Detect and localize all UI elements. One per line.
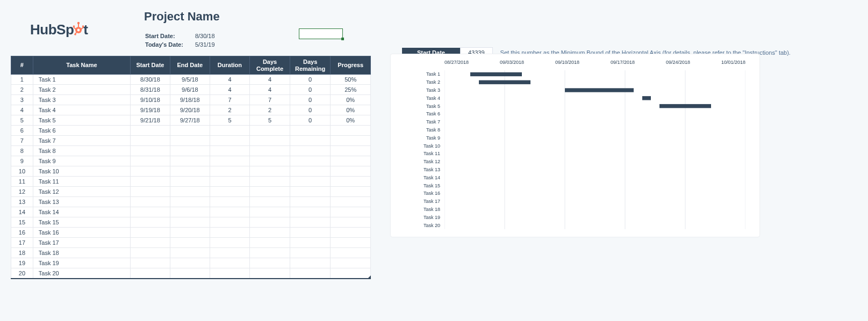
cell-name[interactable]: Task 7 <box>33 136 130 146</box>
cell-compl[interactable] <box>250 177 290 187</box>
cell-compl[interactable]: 4 <box>250 75 290 85</box>
cell-start[interactable]: 9/19/18 <box>131 105 170 115</box>
table-row[interactable]: 3Task 39/10/189/18/187700% <box>11 95 371 105</box>
cell-name[interactable]: Task 10 <box>33 166 130 177</box>
cell-start[interactable]: 9/21/18 <box>131 115 170 126</box>
cell-no[interactable]: 5 <box>11 115 33 126</box>
cell-end[interactable]: 9/6/18 <box>170 85 210 95</box>
table-row[interactable]: 20Task 20 <box>11 268 371 279</box>
cell-prog[interactable] <box>331 187 371 197</box>
table-row[interactable]: 13Task 13 <box>11 197 371 207</box>
cell-prog[interactable] <box>331 156 371 166</box>
cell-dur[interactable]: 4 <box>210 75 249 85</box>
cell-end[interactable]: 9/18/18 <box>170 95 210 105</box>
cell-rem[interactable] <box>290 146 330 156</box>
cell-end[interactable] <box>170 268 210 279</box>
table-row[interactable]: 4Task 49/19/189/20/182200% <box>11 105 371 115</box>
cell-compl[interactable] <box>250 197 290 207</box>
table-row[interactable]: 19Task 19 <box>11 258 371 268</box>
cell-start[interactable] <box>131 146 170 156</box>
cell-prog[interactable] <box>331 258 371 268</box>
cell-rem[interactable] <box>290 238 330 248</box>
cell-dur[interactable]: 5 <box>210 115 249 126</box>
cell-dur[interactable] <box>210 177 249 187</box>
cell-rem[interactable]: 0 <box>290 105 330 115</box>
cell-rem[interactable]: 0 <box>290 85 330 95</box>
cell-dur[interactable] <box>210 238 249 248</box>
cell-compl[interactable] <box>250 228 290 238</box>
cell-end[interactable] <box>170 187 210 197</box>
table-row[interactable]: 10Task 10 <box>11 166 371 177</box>
cell-compl[interactable]: 7 <box>250 95 290 105</box>
cell-rem[interactable] <box>290 258 330 268</box>
cell-start[interactable]: 9/10/18 <box>131 95 170 105</box>
table-row[interactable]: 7Task 7 <box>11 136 371 146</box>
table-row[interactable]: 2Task 28/31/189/6/1844025% <box>11 85 371 95</box>
cell-prog[interactable]: 0% <box>331 95 371 105</box>
today-date-value[interactable]: 5/31/19 <box>195 41 226 48</box>
cell-start[interactable] <box>131 228 170 238</box>
cell-start[interactable] <box>131 166 170 177</box>
table-row[interactable]: 18Task 18 <box>11 248 371 258</box>
cell-no[interactable]: 10 <box>11 166 33 177</box>
cell-start[interactable] <box>131 197 170 207</box>
cell-end[interactable] <box>170 248 210 258</box>
cell-no[interactable]: 20 <box>11 268 33 279</box>
cell-rem[interactable] <box>290 136 330 146</box>
cell-dur[interactable] <box>210 248 249 258</box>
cell-prog[interactable] <box>331 217 371 228</box>
cell-name[interactable]: Task 17 <box>33 238 130 248</box>
table-row[interactable]: 17Task 17 <box>11 238 371 248</box>
project-title[interactable]: Project Name <box>144 10 220 24</box>
cell-dur[interactable] <box>210 258 249 268</box>
cell-compl[interactable]: 4 <box>250 85 290 95</box>
cell-compl[interactable]: 2 <box>250 105 290 115</box>
cell-start[interactable] <box>131 187 170 197</box>
cell-dur[interactable] <box>210 197 249 207</box>
cell-no[interactable]: 18 <box>11 248 33 258</box>
cell-start[interactable] <box>131 207 170 217</box>
cell-start[interactable]: 8/31/18 <box>131 85 170 95</box>
cell-name[interactable]: Task 1 <box>33 75 130 85</box>
cell-name[interactable]: Task 12 <box>33 187 130 197</box>
cell-dur[interactable]: 2 <box>210 105 249 115</box>
cell-rem[interactable]: 0 <box>290 95 330 105</box>
cell-compl[interactable] <box>250 248 290 258</box>
cell-end[interactable] <box>170 146 210 156</box>
cell-prog[interactable] <box>331 146 371 156</box>
cell-end[interactable]: 9/27/18 <box>170 115 210 126</box>
cell-end[interactable] <box>170 166 210 177</box>
cell-start[interactable] <box>131 248 170 258</box>
cell-rem[interactable] <box>290 228 330 238</box>
cell-no[interactable]: 14 <box>11 207 33 217</box>
cell-compl[interactable] <box>250 268 290 279</box>
table-row[interactable]: 11Task 11 <box>11 177 371 187</box>
cell-dur[interactable] <box>210 156 249 166</box>
cell-dur[interactable] <box>210 136 249 146</box>
cell-rem[interactable] <box>290 207 330 217</box>
cell-start[interactable] <box>131 268 170 279</box>
cell-prog[interactable] <box>331 166 371 177</box>
cell-name[interactable]: Task 20 <box>33 268 130 279</box>
cell-prog[interactable] <box>331 228 371 238</box>
cell-no[interactable]: 8 <box>11 146 33 156</box>
cell-end[interactable] <box>170 136 210 146</box>
cell-no[interactable]: 13 <box>11 197 33 207</box>
cell-compl[interactable] <box>250 217 290 228</box>
cell-rem[interactable] <box>290 248 330 258</box>
cell-prog[interactable] <box>331 197 371 207</box>
cell-prog[interactable]: 0% <box>331 115 371 126</box>
cell-compl[interactable] <box>250 136 290 146</box>
cell-dur[interactable]: 7 <box>210 95 249 105</box>
cell-name[interactable]: Task 4 <box>33 105 130 115</box>
cell-prog[interactable] <box>331 238 371 248</box>
cell-no[interactable]: 15 <box>11 217 33 228</box>
cell-name[interactable]: Task 6 <box>33 126 130 136</box>
cell-compl[interactable] <box>250 187 290 197</box>
cell-no[interactable]: 3 <box>11 95 33 105</box>
cell-name[interactable]: Task 14 <box>33 207 130 217</box>
cell-rem[interactable] <box>290 156 330 166</box>
cell-rem[interactable] <box>290 126 330 136</box>
cell-name[interactable]: Task 5 <box>33 115 130 126</box>
cell-dur[interactable] <box>210 217 249 228</box>
